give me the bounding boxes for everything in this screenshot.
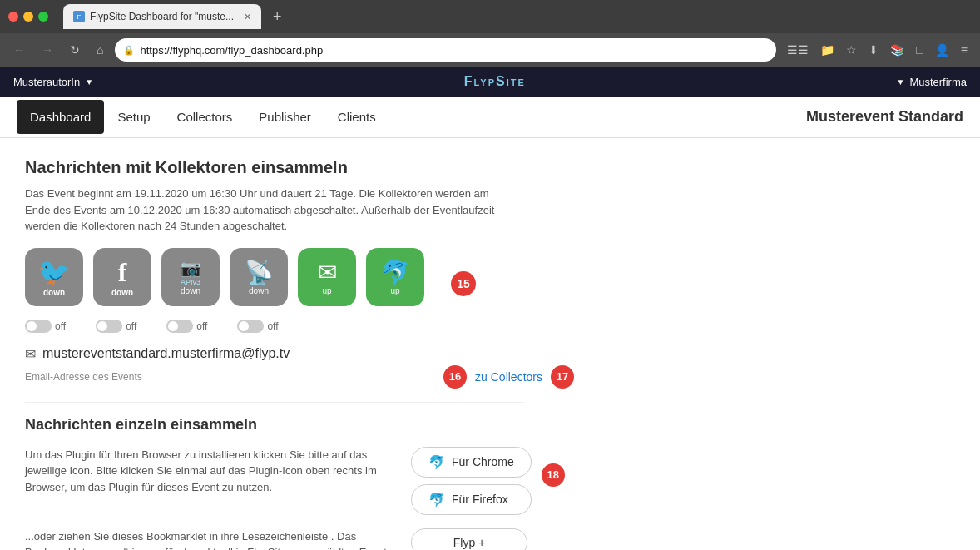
company-dropdown-arrow: ▼ bbox=[896, 77, 904, 87]
instagram-icon: 📷 bbox=[181, 258, 201, 278]
collector-icons-row: 🐦 down f down 📷 APIv3 down bbox=[25, 248, 424, 306]
sidebar-icon[interactable]: □ bbox=[912, 40, 927, 60]
tab-dashboard[interactable]: Dashboard bbox=[17, 100, 104, 134]
app-logo: FlypSite bbox=[464, 74, 526, 89]
collectors-link[interactable]: zu Collectors bbox=[475, 370, 542, 384]
bookmarklet-area: Flyp + bbox=[411, 528, 527, 551]
star-icon[interactable]: ☆ bbox=[842, 40, 861, 60]
app-company-menu[interactable]: ▼ Musterfirma bbox=[896, 76, 967, 88]
badge-18: 18 bbox=[542, 463, 565, 487]
tab-collectors[interactable]: Collectors bbox=[164, 100, 246, 134]
email-label-text: Email-Adresse des Events bbox=[25, 371, 142, 383]
badge-15: 15 bbox=[451, 271, 476, 296]
toggle-switch-instagram[interactable] bbox=[166, 320, 193, 333]
tab-title: FlypSite Dashboard for "muste... bbox=[90, 11, 234, 22]
flyp-plus-label: Flyp + bbox=[453, 536, 486, 549]
browser-chrome: F FlypSite Dashboard for "muste... ✕ + bbox=[0, 0, 980, 33]
user-dropdown-arrow: ▼ bbox=[85, 77, 93, 87]
back-button[interactable]: ← bbox=[8, 40, 30, 60]
collector-facebook: f down bbox=[93, 248, 151, 306]
twitter-icon-box[interactable]: 🐦 down bbox=[25, 248, 83, 306]
rss-icon: 📡 bbox=[245, 259, 274, 286]
browser-tab[interactable]: F FlypSite Dashboard for "muste... ✕ bbox=[63, 4, 261, 29]
reload-button[interactable]: ↻ bbox=[65, 40, 85, 60]
twitter-status: down bbox=[43, 288, 65, 297]
section1-desc: Das Event beginnt am 19.11.2020 um 16:30… bbox=[25, 186, 507, 235]
email-status: up bbox=[322, 286, 331, 295]
firefox-plugin-button[interactable]: 🐬 Für Firefox bbox=[411, 484, 532, 515]
email-envelope-icon: ✉ bbox=[25, 346, 36, 362]
app-bar: MusterautorIn ▼ FlypSite ▼ Musterfirma bbox=[0, 67, 980, 97]
email-icon-box[interactable]: ✉ up bbox=[298, 248, 356, 306]
email-address-text: mustereventstandard.musterfirma@flyp.tv bbox=[42, 346, 290, 361]
firefox-icon: 🐬 bbox=[428, 492, 445, 508]
section3-desc: ...oder ziehen Sie dieses Bookmarklet in… bbox=[25, 528, 391, 551]
firefox-label: Für Firefox bbox=[452, 493, 508, 506]
section2-title: Nachrichten einzeln einsammeln bbox=[25, 416, 955, 434]
toggle-switch-facebook[interactable] bbox=[96, 320, 122, 333]
toggle-switch-rss[interactable] bbox=[237, 320, 264, 333]
main-nav: Dashboard Setup Collectors Publisher Cli… bbox=[0, 97, 980, 138]
nav-bar: ← → ↻ ⌂ 🔒 https://flyphq.com/flyp_dashbo… bbox=[0, 33, 980, 67]
home-button[interactable]: ⌂ bbox=[92, 40, 108, 60]
instagram-status: down bbox=[181, 286, 200, 295]
section1-title: Nachrichten mit Kollektoren einsammeln bbox=[25, 158, 955, 177]
account-icon[interactable]: 👤 bbox=[931, 40, 953, 60]
minimize-button[interactable] bbox=[23, 12, 33, 22]
collector-flyp: 🐬 up bbox=[366, 248, 424, 306]
email-collector-icon: ✉ bbox=[318, 259, 337, 286]
flyp-icon: 🐬 bbox=[381, 259, 410, 286]
facebook-icon-box[interactable]: f down bbox=[93, 248, 151, 306]
section2-desc: Um das Plugin für Ihren Browser zu insta… bbox=[25, 447, 391, 496]
tab-close-icon[interactable]: ✕ bbox=[244, 12, 251, 22]
page-content: Nachrichten mit Kollektoren einsammeln D… bbox=[0, 138, 980, 550]
section3-content: ...oder ziehen Sie dieses Bookmarklet in… bbox=[25, 528, 955, 551]
badge-17: 17 bbox=[551, 365, 574, 389]
rss-icon-box[interactable]: 📡 down bbox=[230, 248, 288, 306]
collector-twitter: 🐦 down bbox=[25, 248, 83, 306]
toggle-instagram-label: off bbox=[196, 320, 207, 332]
toggle-twitter[interactable]: off bbox=[25, 320, 66, 333]
chrome-plugin-button[interactable]: 🐬 Für Chrome bbox=[411, 447, 532, 478]
traffic-lights bbox=[8, 12, 48, 22]
security-icon: 🔒 bbox=[123, 45, 135, 56]
tab-publisher[interactable]: Publisher bbox=[245, 100, 324, 134]
app-company: Musterfirma bbox=[909, 76, 967, 88]
pocket-icon[interactable]: 📁 bbox=[816, 40, 839, 60]
bookmarklet-button[interactable]: Flyp + bbox=[411, 528, 527, 551]
toggle-twitter-label: off bbox=[55, 320, 66, 332]
maximize-button[interactable] bbox=[38, 12, 48, 22]
download-icon[interactable]: ⬇ bbox=[864, 40, 883, 60]
library-icon[interactable]: 📚 bbox=[886, 40, 908, 60]
facebook-status: down bbox=[111, 288, 133, 297]
app-user-menu[interactable]: MusterautorIn ▼ bbox=[13, 76, 93, 88]
api-label: APIv3 bbox=[181, 278, 200, 286]
bookmarks-icon[interactable]: ☰☰ bbox=[783, 40, 813, 60]
facebook-icon: f bbox=[118, 257, 127, 288]
app-username: MusterautorIn bbox=[13, 76, 80, 88]
tab-setup[interactable]: Setup bbox=[104, 100, 163, 134]
rss-status: down bbox=[249, 286, 269, 295]
collector-rss: 📡 down bbox=[230, 248, 288, 306]
forward-button[interactable]: → bbox=[37, 40, 58, 60]
toggle-switch-twitter[interactable] bbox=[25, 320, 52, 333]
chrome-icon: 🐬 bbox=[428, 454, 445, 470]
close-button[interactable] bbox=[8, 12, 18, 22]
address-bar[interactable]: 🔒 https://flyphq.com/flyp_dashboard.php bbox=[115, 38, 776, 62]
new-tab-button[interactable]: + bbox=[273, 8, 282, 26]
toggle-facebook[interactable]: off bbox=[96, 320, 136, 333]
plugin-buttons: 🐬 Für Chrome 🐬 Für Firefox 18 bbox=[411, 447, 532, 515]
collector-email: ✉ up bbox=[298, 248, 356, 306]
instagram-icon-box[interactable]: 📷 APIv3 down bbox=[161, 248, 220, 306]
toggle-rss[interactable]: off bbox=[237, 320, 278, 333]
url-text: https://flyphq.com/flyp_dashboard.php bbox=[140, 44, 768, 57]
toggle-facebook-label: off bbox=[126, 320, 136, 332]
toggle-instagram[interactable]: off bbox=[166, 320, 207, 333]
twitter-icon: 🐦 bbox=[37, 256, 71, 288]
flyp-status: up bbox=[390, 286, 399, 295]
menu-icon[interactable]: ≡ bbox=[957, 40, 972, 60]
flyp-icon-box[interactable]: 🐬 up bbox=[366, 248, 424, 306]
toggle-row: off off off off bbox=[25, 320, 955, 333]
tab-clients[interactable]: Clients bbox=[324, 100, 389, 134]
section-divider bbox=[25, 402, 524, 403]
